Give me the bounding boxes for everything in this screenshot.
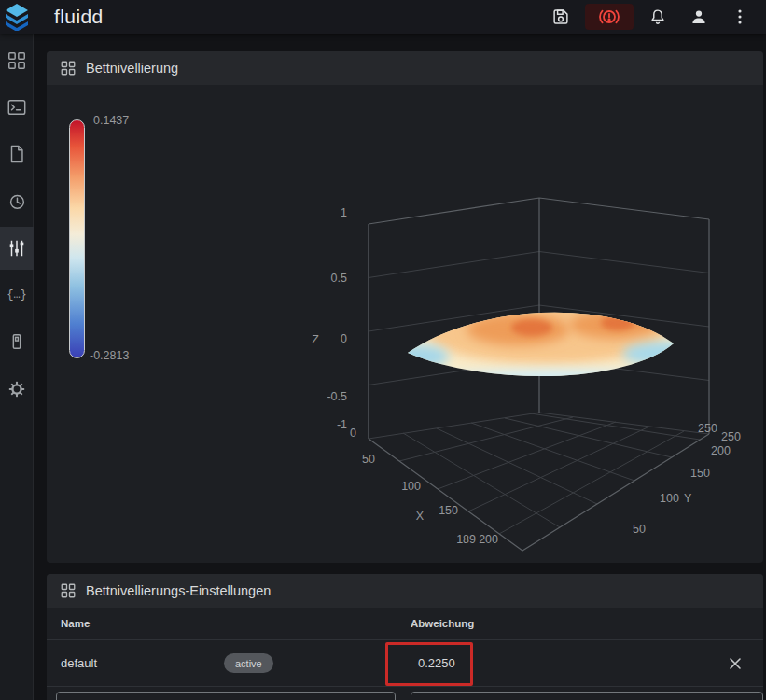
app-title: fluidd bbox=[54, 6, 104, 28]
sidebar-item-history[interactable] bbox=[0, 180, 34, 223]
bed-mesh-card-header: Bettnivellierung bbox=[47, 51, 763, 85]
x-tick: 50 bbox=[362, 453, 375, 466]
x-tick: 150 bbox=[439, 504, 458, 517]
file-icon bbox=[7, 144, 27, 164]
settings-card-title: Bettnivellierungs-Einstellungen bbox=[86, 583, 271, 598]
console-icon bbox=[7, 97, 27, 118]
remove-profile-button[interactable] bbox=[724, 652, 746, 675]
profile-row[interactable]: default active 0.2250 bbox=[47, 640, 763, 687]
tune-icon bbox=[7, 238, 27, 259]
app-bar-actions bbox=[544, 0, 766, 34]
z-tick: -1 bbox=[337, 418, 347, 431]
y-max-label: 250 bbox=[721, 430, 741, 443]
profile-name: default bbox=[61, 656, 97, 670]
profile-action-input[interactable] bbox=[411, 692, 763, 700]
grid-icon bbox=[60, 60, 77, 77]
save-config-icon[interactable] bbox=[544, 0, 578, 34]
profile-deviation-value: 0.2250 bbox=[418, 656, 455, 670]
sidebar-item-jobs[interactable] bbox=[0, 133, 34, 175]
bell-icon[interactable] bbox=[641, 0, 675, 34]
fluidd-logo-icon[interactable] bbox=[0, 0, 34, 34]
bed-mesh-settings-card: Bettnivellierungs-Einstellungen Name Abw… bbox=[47, 574, 763, 700]
x-tick: 200 bbox=[479, 533, 498, 546]
bed-mesh-card: Bettnivellierung 0.1437 -0.2813 bbox=[47, 51, 763, 563]
x-axis-title: X bbox=[416, 510, 425, 523]
profile-form-row bbox=[47, 687, 763, 700]
y-tick: 200 bbox=[711, 444, 731, 457]
gear-icon bbox=[7, 379, 27, 399]
account-icon[interactable] bbox=[682, 0, 716, 34]
column-header-name: Name bbox=[61, 618, 90, 629]
z-tick: 0.5 bbox=[331, 272, 347, 285]
z-tick: 1 bbox=[341, 206, 347, 219]
profile-name-input[interactable] bbox=[56, 692, 396, 700]
sidebar-item-console[interactable] bbox=[0, 86, 34, 129]
sidebar-item-dashboard[interactable] bbox=[0, 39, 34, 82]
nav-sidebar: {…} bbox=[0, 34, 34, 700]
y-tick: 50 bbox=[633, 523, 646, 536]
x-tick: 100 bbox=[401, 480, 421, 493]
emergency-stop-button[interactable] bbox=[585, 4, 634, 30]
sidebar-item-configuration[interactable]: {…} bbox=[0, 273, 34, 316]
sidebar-item-settings[interactable] bbox=[0, 368, 34, 411]
profile-status-badge: active bbox=[224, 653, 273, 673]
z-axis-title: Z bbox=[312, 333, 319, 346]
braces-icon: {…} bbox=[7, 288, 27, 301]
z-tick: 0 bbox=[341, 332, 347, 345]
history-icon bbox=[7, 191, 27, 212]
bed-mesh-plot-area: 0.1437 -0.2813 bbox=[47, 85, 763, 563]
x-tick: 0 bbox=[350, 427, 356, 440]
y-axis-title: Y bbox=[684, 492, 692, 505]
app-bar: fluidd bbox=[0, 0, 766, 34]
fluidd-app: fluidd bbox=[0, 0, 766, 700]
y-tick: 150 bbox=[690, 467, 710, 480]
y-tick: 250 bbox=[698, 422, 717, 435]
settings-card-header: Bettnivellierungs-Einstellungen bbox=[47, 574, 763, 608]
sidebar-item-system[interactable] bbox=[0, 320, 34, 363]
profiles-table-header: Name Abweichung bbox=[47, 608, 763, 640]
kebab-menu-icon[interactable] bbox=[723, 0, 757, 34]
grid-icon bbox=[60, 582, 77, 599]
y-tick: 100 bbox=[660, 492, 679, 505]
z-tick: -0.5 bbox=[327, 390, 347, 403]
x-current-label: 189 bbox=[456, 533, 476, 546]
bed-mesh-card-title: Bettnivellierung bbox=[86, 61, 178, 76]
sidebar-item-tune[interactable] bbox=[0, 227, 34, 270]
system-icon bbox=[7, 331, 27, 352]
bed-mesh-3d-plot[interactable]: 1 0.5 0 -0.5 -1 Z 0 50 100 150 200 189 X… bbox=[47, 85, 763, 563]
column-header-deviation: Abweichung bbox=[411, 618, 474, 629]
close-icon bbox=[728, 656, 743, 671]
dashboard-icon bbox=[7, 50, 27, 71]
